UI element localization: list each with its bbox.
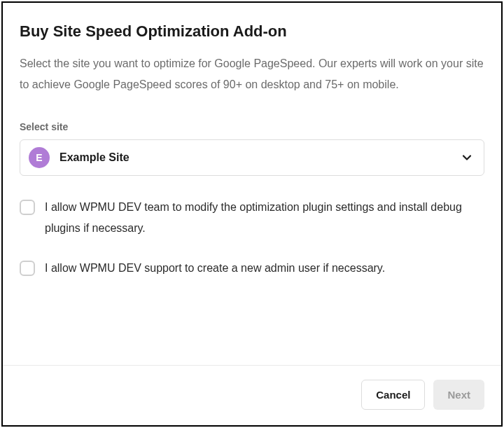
cancel-button[interactable]: Cancel (361, 380, 425, 410)
checkbox-modify-plugins[interactable] (20, 200, 35, 215)
checkbox-label: I allow WPMU DEV support to create a new… (45, 258, 385, 279)
modal-title: Buy Site Speed Optimization Add-on (20, 22, 484, 41)
checkbox-admin-user[interactable] (20, 261, 35, 276)
site-select-value: Example Site (59, 151, 461, 164)
site-avatar: E (29, 147, 50, 168)
checkbox-label: I allow WPMU DEV team to modify the opti… (45, 197, 484, 240)
modal-body: Buy Site Speed Optimization Add-on Selec… (3, 3, 501, 365)
site-select[interactable]: E Example Site (20, 139, 484, 176)
chevron-down-icon (461, 152, 472, 163)
modal-footer: Cancel Next (3, 365, 501, 425)
modal-description: Select the site you want to optimize for… (20, 53, 484, 96)
select-site-label: Select site (20, 121, 484, 132)
next-button[interactable]: Next (433, 380, 484, 410)
consent-row-admin-user: I allow WPMU DEV support to create a new… (20, 261, 484, 279)
consent-row-modify-plugins: I allow WPMU DEV team to modify the opti… (20, 200, 484, 240)
buy-addon-modal: Buy Site Speed Optimization Add-on Selec… (1, 1, 503, 427)
